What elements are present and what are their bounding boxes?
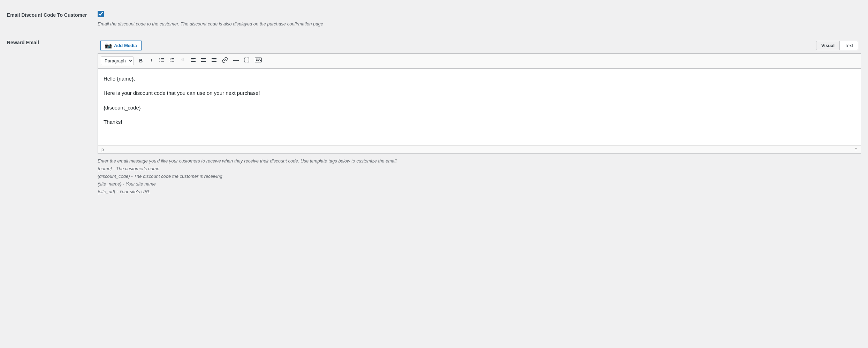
svg-text:3: 3 (170, 60, 171, 62)
svg-rect-23 (256, 59, 257, 60)
svg-rect-28 (260, 60, 261, 61)
email-discount-content: Email the discount code to the customer.… (98, 10, 861, 28)
editor-line-3: {discount_code} (104, 103, 855, 112)
svg-point-3 (159, 58, 160, 59)
svg-rect-8 (172, 61, 174, 62)
page-container: Email Discount Code To Customer Email th… (0, 0, 868, 217)
editor-toolbar: Paragraph B I (98, 54, 861, 69)
svg-rect-27 (258, 60, 259, 61)
svg-rect-7 (172, 60, 174, 60)
reward-email-content: 📷 Add Media Visual Text Paragraph B I (98, 38, 861, 196)
align-left-button[interactable] (188, 56, 198, 66)
editor-topbar: 📷 Add Media Visual Text (98, 38, 861, 53)
checkbox-wrapper: Email the discount code to the customer.… (98, 10, 861, 28)
editor-statusbar: p ⠿ (98, 145, 861, 153)
tab-text[interactable]: Text (839, 41, 858, 50)
add-media-label: Add Media (114, 43, 137, 48)
view-tabs: Visual Text (816, 41, 858, 50)
tab-visual[interactable]: Visual (816, 41, 839, 50)
svg-rect-19 (213, 60, 216, 60)
editor-line-4: Thanks! (104, 118, 855, 127)
svg-rect-16 (202, 60, 205, 60)
help-line-2: {discount_code} - The discount code the … (98, 173, 861, 180)
unordered-list-button[interactable] (157, 56, 167, 66)
editor-line-2: Here is your discount code that you can … (104, 89, 855, 98)
svg-rect-2 (161, 61, 164, 62)
svg-point-4 (159, 59, 160, 60)
email-discount-row: Email Discount Code To Customer Email th… (7, 10, 861, 28)
svg-rect-22 (255, 58, 262, 62)
bold-button[interactable]: B (136, 56, 146, 66)
add-media-button[interactable]: 📷 Add Media (100, 40, 142, 51)
keyboard-shortcuts-button[interactable] (252, 56, 264, 66)
format-select[interactable]: Paragraph (101, 56, 134, 65)
svg-rect-18 (212, 58, 216, 59)
svg-rect-26 (256, 60, 257, 61)
svg-rect-20 (212, 61, 216, 62)
align-right-button[interactable] (209, 56, 219, 66)
email-discount-checkbox[interactable] (98, 11, 104, 17)
svg-rect-13 (191, 60, 194, 60)
editor-wrapper: Paragraph B I (98, 53, 861, 154)
reward-email-label: Reward Email (7, 38, 98, 46)
editor-tag-indicator: p (101, 147, 104, 152)
help-text: Enter the email message you'd like your … (98, 157, 861, 196)
svg-rect-1 (161, 60, 164, 60)
blockquote-button[interactable]: “ (178, 56, 188, 66)
fullscreen-button[interactable] (242, 56, 252, 66)
ordered-list-button[interactable]: 1 2 3 (167, 56, 177, 66)
align-center-button[interactable] (199, 56, 208, 66)
email-discount-label: Email Discount Code To Customer (7, 10, 98, 19)
help-line-0: Enter the email message you'd like your … (98, 157, 861, 165)
horizontal-rule-button[interactable] (231, 56, 241, 66)
svg-point-5 (159, 61, 160, 61)
svg-rect-0 (161, 58, 164, 59)
svg-rect-25 (259, 59, 260, 60)
svg-rect-21 (233, 60, 239, 61)
help-line-4: {site_url} - Your site's URL (98, 188, 861, 196)
link-button[interactable] (220, 56, 230, 66)
italic-button[interactable]: I (146, 56, 156, 66)
add-media-icon: 📷 (105, 42, 112, 49)
svg-rect-6 (172, 58, 174, 59)
editor-content-area[interactable]: Hello {name}, Here is your discount code… (98, 69, 861, 145)
svg-rect-12 (191, 58, 196, 59)
svg-rect-17 (201, 61, 206, 62)
resize-handle[interactable]: ⠿ (855, 147, 857, 151)
help-line-3: {site_name} - Your site name (98, 180, 861, 188)
help-line-1: {name} - The customer's name (98, 165, 861, 173)
email-discount-description: Email the discount code to the customer.… (98, 21, 861, 28)
svg-rect-15 (201, 58, 206, 59)
svg-rect-14 (191, 61, 196, 62)
reward-email-row: Reward Email 📷 Add Media Visual Text Pa (7, 38, 861, 196)
checkbox-row (98, 10, 861, 17)
svg-rect-24 (258, 59, 259, 60)
editor-line-1: Hello {name}, (104, 74, 855, 83)
